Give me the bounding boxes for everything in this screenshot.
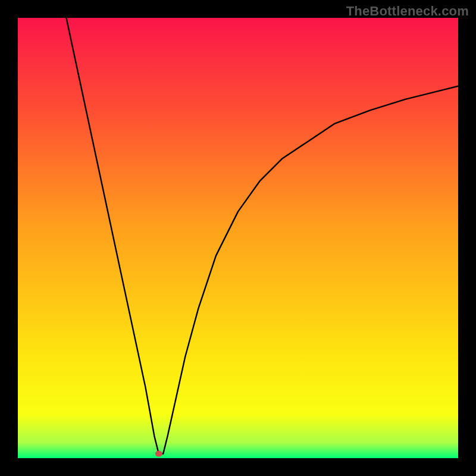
chart-frame: TheBottleneck.com [0, 0, 476, 476]
chart-background [18, 18, 458, 458]
minimum-marker [155, 451, 162, 457]
watermark-text: TheBottleneck.com [346, 4, 469, 19]
bottleneck-chart [18, 18, 458, 458]
